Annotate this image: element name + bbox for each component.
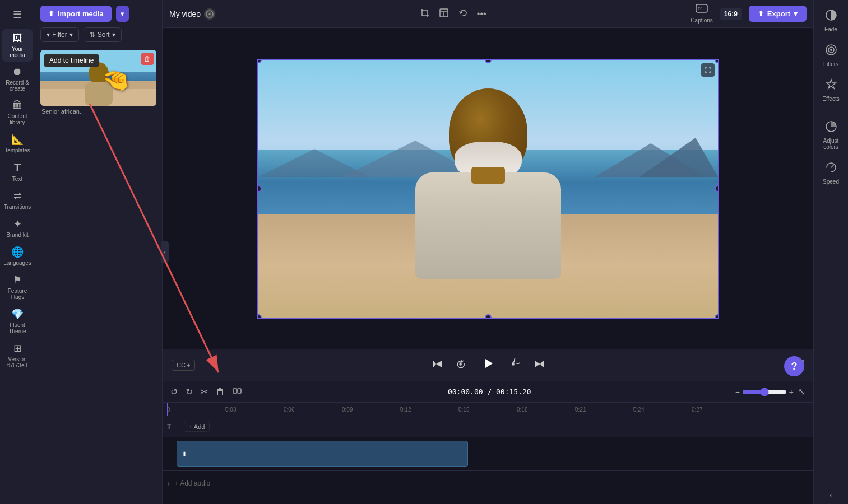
right-panel-filters[interactable]: Filters bbox=[815, 39, 847, 72]
skip-forward-button[interactable] bbox=[531, 356, 547, 375]
sidebar-item-your-media[interactable]: 🖼 Your media bbox=[2, 29, 33, 62]
sidebar-item-label: Languages bbox=[3, 260, 31, 266]
video-track-content[interactable]: ⏸ bbox=[177, 441, 468, 467]
timeline-time: 00:00.00 / 00:15.20 bbox=[247, 388, 732, 396]
text-icon: T bbox=[14, 161, 21, 174]
zoom-slider[interactable] bbox=[742, 388, 787, 396]
timeline-redo-button[interactable]: ↻ bbox=[183, 384, 195, 399]
feature-flags-icon: ⚑ bbox=[13, 274, 22, 286]
timeline-cut-button[interactable]: ✂ bbox=[198, 384, 210, 399]
audio-track-label: ♪ bbox=[167, 480, 170, 487]
right-panel-speed[interactable]: Speed bbox=[815, 157, 847, 189]
media-item[interactable]: Add to timeline 🗑 Senior african... bbox=[40, 50, 156, 501]
cc-button[interactable]: CC + bbox=[172, 360, 195, 371]
ruler-mark: 0:06 bbox=[284, 407, 342, 413]
fluent-theme-icon: 💎 bbox=[11, 308, 24, 320]
timeline-group-button[interactable] bbox=[230, 384, 244, 400]
ruler-mark: 0:21 bbox=[575, 407, 633, 413]
fade-label: Fade bbox=[824, 26, 837, 32]
timeline-undo-button[interactable]: ↺ bbox=[168, 384, 180, 399]
audio-icon: ♪ bbox=[167, 480, 170, 487]
timeline-expand-button[interactable]: ⤡ bbox=[796, 384, 808, 399]
hamburger-icon: ☰ bbox=[13, 8, 22, 21]
aspect-ratio-button[interactable]: 16:9 bbox=[720, 8, 742, 20]
video-frame bbox=[257, 59, 719, 319]
video-content bbox=[258, 60, 718, 318]
export-icon: ⬆ bbox=[758, 10, 764, 18]
rewind-button[interactable]: 5 bbox=[454, 356, 470, 375]
crop-tool-button[interactable] bbox=[418, 6, 432, 22]
svg-marker-22 bbox=[535, 361, 540, 367]
svg-rect-1 bbox=[85, 82, 113, 106]
sidebar-item-languages[interactable]: 🌐 Languages bbox=[2, 242, 33, 269]
more-tools-button[interactable]: ••• bbox=[475, 7, 489, 21]
brand-kit-icon: ✦ bbox=[13, 218, 22, 230]
add-audio-button[interactable]: + Add audio bbox=[175, 479, 211, 487]
video-preview-area bbox=[163, 28, 813, 349]
skip-back-button[interactable] bbox=[429, 356, 445, 375]
right-panel: Fade Filters Effects Adjust colors bbox=[813, 0, 848, 504]
filters-label: Filters bbox=[823, 61, 838, 67]
playhead bbox=[167, 403, 168, 416]
add-text-button[interactable]: + Add bbox=[184, 422, 210, 432]
svg-rect-21 bbox=[543, 361, 544, 367]
sidebar-item-text[interactable]: T Text bbox=[2, 158, 33, 185]
sidebar-item-label: Your media bbox=[4, 46, 31, 58]
sidebar-item-content-library[interactable]: 🏛 Content library bbox=[2, 96, 33, 129]
content-library-icon: 🏛 bbox=[12, 100, 22, 111]
timeline-zoom-controls: − + ⤡ bbox=[735, 384, 808, 399]
svg-rect-15 bbox=[433, 361, 434, 367]
right-panel-fade[interactable]: Fade bbox=[815, 4, 847, 37]
layout-tool-button[interactable] bbox=[437, 6, 451, 22]
zoom-in-button[interactable]: + bbox=[789, 388, 794, 396]
filters-icon bbox=[825, 44, 837, 59]
media-thumbnail: Add to timeline 🗑 bbox=[40, 50, 156, 106]
sidebar-item-templates[interactable]: 📐 Templates bbox=[2, 130, 33, 157]
filter-button[interactable]: ▾ Filter ▾ bbox=[40, 27, 79, 42]
fade-icon bbox=[825, 9, 837, 24]
export-chevron-icon: ▾ bbox=[794, 10, 798, 18]
sidebar-item-label: Content library bbox=[4, 113, 31, 125]
ruler-mark: 0:18 bbox=[517, 407, 575, 413]
help-icon: ? bbox=[791, 361, 798, 372]
sidebar-item-brand-kit[interactable]: ✦ Brand kit bbox=[2, 214, 33, 241]
media-delete-button[interactable]: 🗑 bbox=[141, 53, 154, 65]
zoom-out-button[interactable]: − bbox=[735, 388, 740, 396]
sidebar-item-fluent-theme[interactable]: 💎 Fluent Theme bbox=[2, 305, 33, 338]
fast-forward-button[interactable]: 5 bbox=[507, 356, 522, 375]
ruler-mark: 0:03 bbox=[225, 407, 284, 413]
sort-button[interactable]: ⇅ Sort ▾ bbox=[84, 27, 122, 42]
right-panel-collapse-button[interactable]: ‹ bbox=[830, 491, 832, 500]
svg-point-29 bbox=[830, 49, 832, 51]
track-pause-icon: ⏸ bbox=[177, 450, 191, 458]
play-button[interactable] bbox=[479, 354, 498, 376]
collapse-panel-button[interactable]: ‹ bbox=[161, 241, 169, 263]
import-media-chevron[interactable]: ▾ bbox=[116, 6, 129, 22]
ruler-mark: 0:12 bbox=[400, 407, 458, 413]
sidebar-item-label: Feature Flags bbox=[4, 288, 31, 300]
media-panel: ⬆ Import media ▾ ▾ Filter ▾ ⇅ Sort ▾ bbox=[35, 0, 163, 504]
media-panel-header: ⬆ Import media ▾ bbox=[35, 0, 162, 25]
sidebar-item-version[interactable]: ⊞ Version f5173e3 bbox=[2, 339, 33, 372]
resize-handle-bm[interactable] bbox=[485, 314, 492, 318]
import-media-button[interactable]: ⬆ Import media bbox=[40, 6, 112, 22]
hamburger-menu[interactable]: ☰ bbox=[2, 4, 33, 25]
help-button[interactable]: ? bbox=[784, 356, 804, 376]
left-sidebar: ☰ 🖼 Your media ⏺ Record & create 🏛 Conte… bbox=[0, 0, 35, 504]
right-panel-effects[interactable]: Effects bbox=[815, 74, 847, 106]
export-button[interactable]: ⬆ Export ▾ bbox=[749, 6, 807, 22]
sidebar-item-record[interactable]: ⏺ Record & create bbox=[2, 63, 33, 95]
text-track: T + Add bbox=[163, 416, 813, 437]
sidebar-item-transitions[interactable]: ⇌ Transitions bbox=[2, 186, 33, 213]
ruler-mark: 0:15 bbox=[458, 407, 517, 413]
resize-handle-mr[interactable] bbox=[715, 185, 718, 192]
main-content: My video bbox=[163, 0, 813, 504]
undo-tool-button[interactable] bbox=[456, 6, 470, 22]
timeline-delete-button[interactable]: 🗑 bbox=[214, 385, 227, 399]
speed-label: Speed bbox=[823, 179, 839, 185]
sidebar-item-feature-flags[interactable]: ⚑ Feature Flags bbox=[2, 270, 33, 304]
sort-icon: ⇅ bbox=[90, 31, 95, 39]
filter-icon: ▾ bbox=[47, 31, 50, 39]
right-panel-adjust-colors[interactable]: Adjust colors bbox=[815, 116, 847, 155]
svg-marker-18 bbox=[485, 359, 493, 368]
